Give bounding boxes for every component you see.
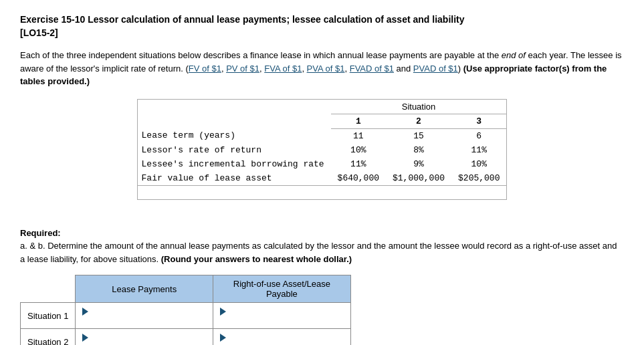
- row-lessor-rate-1: 10%: [331, 143, 386, 157]
- link-pva[interactable]: PVA of $1: [307, 64, 345, 74]
- answer-col2-header: Right-of-use Asset/Lease Payable: [213, 275, 351, 303]
- situation-table: Situation 1 2 3 Lease term (years) 11 15…: [138, 100, 507, 186]
- answer-table: Lease Payments Right-of-use Asset/Lease …: [20, 275, 351, 345]
- row-lessee-rate-2: 9%: [386, 157, 451, 171]
- row-lessee-rate-1: 11%: [331, 157, 386, 171]
- row-fair-value-3: $205,000: [451, 171, 506, 186]
- row-lease-term-3: 6: [451, 128, 506, 143]
- situation-1-lease-payment-cell[interactable]: [76, 303, 213, 329]
- triangle-icon-2b: [220, 334, 226, 342]
- row-lease-term-label: Lease term (years): [138, 128, 331, 143]
- situation-2-rou-cell[interactable]: [213, 329, 351, 345]
- title-line2: [LO15-2]: [20, 27, 58, 38]
- triangle-icon-2a: [82, 334, 88, 342]
- row-lessor-rate-3: 11%: [451, 143, 506, 157]
- answer-table-wrapper: Lease Payments Right-of-use Asset/Lease …: [20, 275, 624, 345]
- link-pv[interactable]: PV of $1: [226, 64, 259, 74]
- col-header-1: 1: [331, 114, 386, 128]
- triangle-icon-1b: [220, 308, 226, 316]
- triangle-icon-1a: [82, 308, 88, 316]
- answer-row-2: Situation 2: [21, 329, 351, 345]
- row-lessee-rate-3: 10%: [451, 157, 506, 171]
- intro-paragraph: Each of the three independent situations…: [20, 49, 624, 88]
- row-lease-term-1: 11: [331, 128, 386, 143]
- situation-1-lease-payment-input[interactable]: [82, 316, 206, 326]
- title-line1: Exercise 15-10 Lessor calculation of ann…: [20, 14, 465, 25]
- situation-2-rou-input[interactable]: [220, 342, 344, 345]
- answer-row-1: Situation 1: [21, 303, 351, 329]
- row-lease-term-2: 15: [386, 128, 451, 143]
- row-fair-value-1: $640,000: [331, 171, 386, 186]
- row-lessee-rate-label: Lessee's incremental borrowing rate: [138, 157, 331, 171]
- situation-2-label: Situation 2: [21, 329, 76, 345]
- situation-1-rou-cell[interactable]: [213, 303, 351, 329]
- link-fv[interactable]: FV of $1: [189, 64, 221, 74]
- link-fva[interactable]: FVA of $1: [264, 64, 302, 74]
- required-section: Required: a. & b. Determine the amount o…: [20, 227, 624, 266]
- situation-2-lease-payment-cell[interactable]: [76, 329, 213, 345]
- col-header-3: 3: [451, 114, 506, 128]
- row-fair-value-label: Fair value of lease asset: [138, 171, 331, 186]
- situation-table-wrapper: Situation 1 2 3 Lease term (years) 11 15…: [137, 99, 508, 200]
- row-lessor-rate-label: Lessor's rate of return: [138, 143, 331, 157]
- situation-2-lease-payment-input[interactable]: [82, 342, 206, 345]
- link-fvad[interactable]: FVAD of $1: [350, 64, 394, 74]
- col-header-2: 2: [386, 114, 451, 128]
- round-note: (Round your answers to nearest whole dol…: [161, 254, 352, 264]
- situation-1-label: Situation 1: [21, 303, 76, 329]
- link-pvad[interactable]: PVAD of $1: [413, 64, 458, 74]
- row-fair-value-2: $1,000,000: [386, 171, 451, 186]
- answer-col1-header: Lease Payments: [76, 275, 213, 303]
- situation-header: Situation: [331, 100, 507, 114]
- exercise-title: Exercise 15-10 Lessor calculation of ann…: [20, 13, 624, 39]
- situation-1-rou-input[interactable]: [220, 316, 344, 326]
- row-lessor-rate-2: 8%: [386, 143, 451, 157]
- required-label: Required:: [20, 228, 61, 238]
